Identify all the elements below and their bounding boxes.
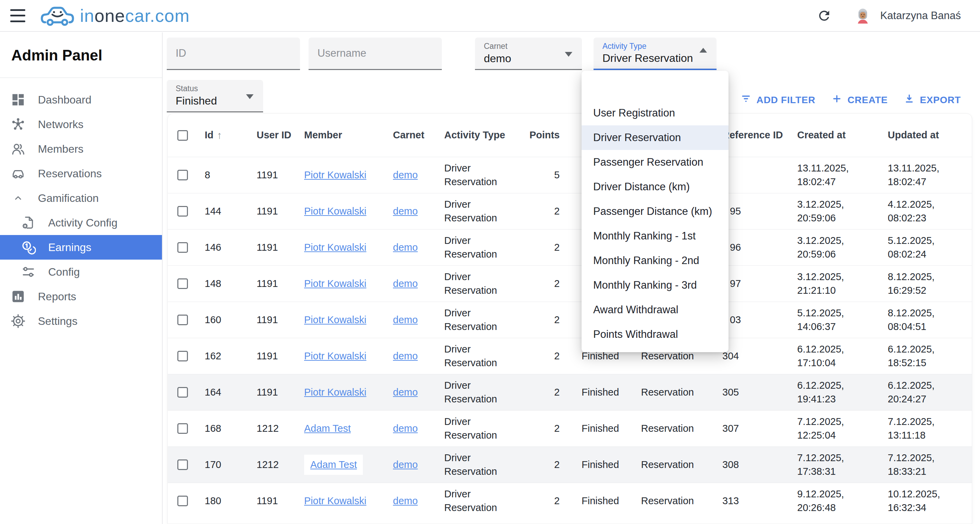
cell-status: Finished [582, 447, 641, 483]
refresh-icon[interactable] [817, 8, 832, 23]
sidebar-item-members[interactable]: Members [0, 137, 162, 161]
dropdown-option-empty[interactable] [582, 76, 729, 101]
cell-updated-at: 8.12.2025, 16:29:52 [888, 266, 972, 302]
member-link[interactable]: Piotr Kowalski [304, 349, 366, 363]
carnet-link[interactable]: demo [393, 313, 418, 327]
table-row: 160 1191 Piotr Kowalski demo Driver Rese… [168, 302, 972, 338]
row-checkbox[interactable] [177, 351, 188, 361]
table-row: 8 1191 Piotr Kowalski demo Driver Reserv… [168, 157, 972, 193]
dropdown-option-passenger-distance-km-[interactable]: Passenger Distance (km) [582, 199, 729, 224]
sidebar-item-activity-config[interactable]: Activity Config [0, 210, 162, 235]
cell-points: 2 [530, 266, 582, 302]
carnet-link[interactable]: demo [393, 168, 418, 182]
sort-ascending-icon[interactable]: ↑ [217, 129, 222, 143]
cell-carnet: demo [393, 230, 444, 265]
row-checkbox[interactable] [177, 459, 188, 470]
dropdown-option-driver-distance-km-[interactable]: Driver Distance (km) [582, 175, 729, 199]
dropdown-option-passenger-reservation[interactable]: Passenger Reservation [582, 150, 729, 175]
username-filter-input[interactable]: Username [309, 38, 442, 70]
cell-id: 170 [198, 447, 257, 483]
carnet-link[interactable]: demo [393, 277, 418, 291]
dropdown-option-driver-reservation[interactable]: Driver Reservation [582, 125, 729, 150]
member-link[interactable]: Piotr Kowalski [304, 205, 366, 218]
id-filter-input[interactable]: ID [167, 38, 300, 70]
carnet-link[interactable]: demo [393, 349, 418, 363]
dropdown-option-points-withdrawal[interactable]: Points Withdrawal [582, 322, 729, 347]
row-checkbox[interactable] [177, 206, 188, 217]
member-link[interactable]: Adam Test [304, 455, 363, 475]
activity-type-filter-select[interactable]: Activity Type Driver Reservation [593, 38, 716, 70]
row-checkbox[interactable] [177, 387, 188, 398]
cell-member: Piotr Kowalski [304, 302, 393, 338]
carnet-filter-select[interactable]: Carnet demo [475, 38, 582, 70]
select-all-checkbox[interactable] [177, 130, 188, 141]
cell-reference: Reservation [641, 375, 722, 410]
cell-points: 5 [530, 157, 582, 193]
sidebar-item-reports[interactable]: Reports [0, 284, 162, 309]
cell-reference-id: 03 [722, 302, 797, 338]
cell-activity-type: Driver Reservation [444, 483, 530, 519]
member-link[interactable]: Adam Test [304, 422, 351, 435]
dropdown-option-award-withdrawal[interactable]: Award Withdrawal [582, 297, 729, 322]
sidebar-item-earnings[interactable]: Earnings [0, 235, 162, 260]
dropdown-option-monthly-ranking-2nd[interactable]: Monthly Ranking - 2nd [582, 248, 729, 273]
dropdown-option-monthly-ranking-1st[interactable]: Monthly Ranking - 1st [582, 224, 729, 248]
sidebar-item-settings[interactable]: Settings [0, 309, 162, 333]
cell-user-id: 1191 [257, 266, 304, 302]
row-checkbox[interactable] [177, 278, 188, 289]
carnet-filter-label: Carnet [484, 42, 508, 51]
cell-created-at: 6.12.2025, 17:10:04 [797, 338, 888, 374]
cell-activity-type: Driver Reservation [444, 230, 530, 265]
row-checkbox[interactable] [177, 170, 188, 180]
member-link[interactable]: Piotr Kowalski [304, 168, 366, 182]
member-link[interactable]: Piotr Kowalski [304, 313, 366, 327]
username-filter-placeholder: Username [317, 47, 366, 59]
row-checkbox[interactable] [177, 314, 188, 325]
carnet-link[interactable]: demo [393, 422, 418, 435]
chevron-up-icon [11, 191, 25, 206]
carnet-link[interactable]: demo [393, 458, 418, 472]
member-link[interactable]: Piotr Kowalski [304, 277, 366, 291]
member-link[interactable]: Piotr Kowalski [304, 494, 366, 508]
sidebar-item-gamification[interactable]: Gamification [0, 186, 162, 210]
export-button[interactable]: EXPORT [904, 93, 961, 107]
cell-member: Piotr Kowalski [304, 483, 393, 519]
user-avatar[interactable] [854, 7, 871, 24]
car-smiley-logo-icon [40, 2, 75, 29]
carnet-link[interactable]: demo [393, 205, 418, 218]
row-checkbox[interactable] [177, 423, 188, 434]
dropdown-option-user-registration[interactable]: User Registration [582, 101, 729, 125]
brand-logo[interactable]: inonecar.com [40, 2, 189, 29]
table-row: 168 1212 Adam Test demo Driver Reservati… [168, 410, 972, 446]
column-header-member: Member [304, 114, 393, 157]
sidebar-item-dashboard[interactable]: Dashboard [0, 87, 162, 112]
carnet-link[interactable]: demo [393, 494, 418, 508]
row-checkbox[interactable] [177, 495, 188, 506]
dropdown-option-monthly-ranking-3rd[interactable]: Monthly Ranking - 3rd [582, 273, 729, 297]
member-link[interactable]: Piotr Kowalski [304, 386, 366, 399]
cell-user-id: 1191 [257, 338, 304, 374]
table-row: 180 1191 Piotr Kowalski demo Driver Rese… [168, 483, 972, 519]
carnet-link[interactable]: demo [393, 241, 418, 254]
sidebar-item-reservations[interactable]: Reservations [0, 161, 162, 186]
member-link[interactable]: Piotr Kowalski [304, 241, 366, 254]
cell-id: 148 [198, 266, 257, 302]
hamburger-menu-icon[interactable] [10, 9, 25, 22]
cell-created-at: 5.12.2025, 14:06:37 [797, 302, 888, 338]
activity-type-dropdown: User RegistrationDriver ReservationPasse… [582, 71, 729, 352]
cell-reference-id [722, 157, 797, 193]
topbar: inonecar.com Katarzyna Banaś [0, 0, 980, 32]
carnet-link[interactable]: demo [393, 386, 418, 399]
sidebar-item-config[interactable]: Config [0, 260, 162, 284]
cell-created-at: 13.11.2025, 18:02:47 [797, 157, 888, 193]
activity-type-filter-label: Activity Type [603, 42, 646, 51]
add-filter-button[interactable]: ADD FILTER [740, 93, 815, 107]
sidebar-item-networks[interactable]: Networks [0, 112, 162, 137]
cell-id: 162 [198, 338, 257, 374]
sidebar-item-label: Gamification [38, 192, 99, 205]
row-checkbox[interactable] [177, 242, 188, 253]
cell-updated-at: 13.11.2025, 18:02:47 [888, 157, 972, 193]
status-filter-select[interactable]: Status Finished [167, 80, 263, 113]
create-button[interactable]: CREATE [831, 93, 888, 107]
cell-updated-at: 4.12.2025, 08:02:23 [888, 193, 972, 229]
